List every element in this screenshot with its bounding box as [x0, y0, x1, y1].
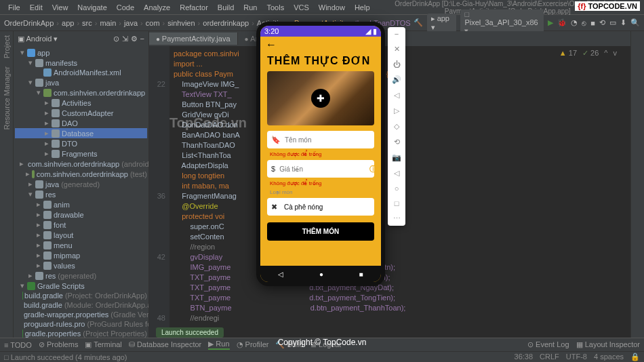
info-icon[interactable]: ⓘ: [375, 135, 381, 145]
project-tree[interactable]: ▾ app▾ manifests AndroidManifest.xml▾ ja…: [14, 46, 148, 348]
tree-node[interactable]: ▸ res (generated): [15, 270, 147, 281]
status-encoding[interactable]: UTF-8: [566, 353, 587, 361]
tree-node[interactable]: ▾ Gradle Scripts: [15, 281, 147, 291]
menu-build[interactable]: Build: [214, 2, 238, 13]
tab-layout-inspector[interactable]: ▦ Layout Inspector: [576, 340, 640, 349]
tab-payment-activity[interactable]: ● PaymentActivity.java: [149, 33, 238, 45]
project-settings-icon[interactable]: ⚙: [131, 35, 138, 43]
crumb[interactable]: sinhvien: [167, 19, 195, 27]
tree-node[interactable]: ▾ java: [15, 77, 147, 87]
emu-tool-button[interactable]: −: [395, 30, 399, 38]
search-icon[interactable]: 🔍: [630, 18, 640, 27]
stop-icon[interactable]: ■: [590, 19, 595, 27]
tree-node[interactable]: ▸ mipmap: [15, 250, 147, 260]
emu-tool-button[interactable]: ▷: [394, 106, 399, 115]
tree-node[interactable]: ▸ menu: [15, 240, 147, 250]
profile-icon[interactable]: ◔: [571, 18, 578, 27]
tree-node[interactable]: ▸ Database: [15, 128, 147, 138]
inspection-widget[interactable]: 17 26 ^ v: [559, 49, 617, 58]
tab-db-inspector[interactable]: ⛁ Database Inspector: [129, 340, 201, 349]
tree-node[interactable]: ▸ com.sinhvien.orderdrinkapp (androidTes…: [15, 159, 147, 169]
tree-node[interactable]: ▸ java (generated): [15, 179, 147, 189]
project-view-dropdown[interactable]: ▣ Android ▾: [18, 35, 58, 43]
tree-node[interactable]: gradle-wrapper.properties (Gradle Versio…: [15, 310, 147, 319]
menu-refactor[interactable]: Refactor: [176, 2, 212, 13]
tree-node[interactable]: ▾ res: [15, 189, 147, 199]
back-icon[interactable]: ←: [266, 39, 277, 51]
menu-view[interactable]: View: [48, 2, 73, 13]
tab-build[interactable]: 🔨 Build: [275, 340, 304, 349]
tool-resource-mgr[interactable]: Resource Manager: [3, 66, 11, 130]
tree-node[interactable]: ▾ manifests: [15, 58, 147, 68]
line-gutter[interactable]: 22364248: [149, 46, 169, 348]
info-icon[interactable]: ⓘ: [369, 164, 377, 174]
menu-edit[interactable]: Edit: [26, 2, 47, 13]
emu-tool-button[interactable]: ⏻: [393, 60, 401, 68]
status-eol[interactable]: CRLF: [540, 353, 559, 361]
run-icon[interactable]: ▶: [548, 18, 553, 27]
menu-help[interactable]: Help: [350, 2, 374, 13]
tree-node[interactable]: proguard-rules.pro (ProGuard Rules for O…: [15, 319, 147, 329]
project-hide-icon[interactable]: −: [140, 35, 144, 43]
tab-event-log[interactable]: ⊙ Event Log: [527, 340, 569, 349]
input-ten-mon[interactable]: [285, 136, 371, 144]
food-image-picker[interactable]: ✚: [267, 71, 374, 125]
crumb[interactable]: com: [146, 19, 160, 27]
add-button[interactable]: THÊM MÓN: [267, 222, 374, 241]
nav-home[interactable]: ●: [319, 270, 323, 278]
emu-tool-button[interactable]: ⟲: [394, 138, 400, 146]
status-caret[interactable]: 36:38: [515, 353, 534, 361]
emu-tool-button[interactable]: ◁: [394, 91, 399, 100]
debug-icon[interactable]: 🐞: [557, 18, 567, 27]
field-ten-mon[interactable]: 🔖 ⓘ: [267, 131, 374, 148]
tree-node[interactable]: ▸ Activities: [15, 98, 147, 108]
emu-tool-button[interactable]: 📷: [392, 153, 401, 162]
tree-node[interactable]: ▸ DTO: [15, 138, 147, 148]
field-gia-tien[interactable]: $ ⓘ: [267, 160, 374, 178]
emu-tool-button[interactable]: ○: [395, 184, 399, 193]
tab-problems[interactable]: ⊘ Problems: [39, 340, 79, 349]
menu-tools[interactable]: Tools: [262, 2, 288, 13]
menu-window[interactable]: Window: [315, 2, 349, 13]
tree-node[interactable]: build.gradle (Module: OrderDrinkApp.app): [15, 300, 147, 310]
tree-node[interactable]: ▸ CustomAdapter: [15, 108, 147, 118]
menu-navigate[interactable]: Navigate: [73, 2, 110, 13]
menu-code[interactable]: Code: [113, 2, 138, 13]
menu-file[interactable]: File: [4, 2, 24, 13]
nav-recent[interactable]: ■: [359, 270, 363, 278]
avd-icon[interactable]: ▭: [609, 18, 616, 27]
tree-node[interactable]: ▾ com.sinhvien.orderdrinkapp: [15, 87, 147, 98]
tab-terminal[interactable]: ▣ Terminal: [85, 340, 121, 349]
project-gear-icon[interactable]: ⊙: [113, 35, 119, 43]
menu-analyze[interactable]: Analyze: [140, 2, 174, 13]
sync-icon[interactable]: ⟲: [599, 18, 605, 27]
tree-node[interactable]: ▸ font: [15, 220, 147, 230]
tree-node[interactable]: ▾ app: [15, 47, 147, 58]
menu-run[interactable]: Run: [239, 2, 261, 13]
input-loai-mon[interactable]: [284, 203, 370, 211]
tree-node[interactable]: build.gradle (Project: OrderDrinkApp): [15, 291, 147, 300]
tab-logcat[interactable]: ≣ Logcat: [310, 340, 341, 349]
field-loai-mon[interactable]: ✖: [267, 198, 374, 216]
build-icon[interactable]: 🔨: [414, 18, 423, 27]
nav-back[interactable]: ◁: [278, 270, 283, 278]
tree-node[interactable]: ▸ com.sinhvien.orderdrinkapp (test): [15, 169, 147, 179]
status-indent[interactable]: 4 spaces: [594, 353, 624, 361]
emu-tool-button[interactable]: □: [395, 199, 399, 207]
crumb[interactable]: orderdrinkapp: [203, 19, 249, 27]
tab-profiler[interactable]: ◔ Profiler: [237, 340, 269, 349]
tab-todo[interactable]: ≡ TODO: [4, 341, 32, 349]
status-lock-icon[interactable]: 🔒: [630, 353, 640, 361]
crumb[interactable]: app: [62, 19, 74, 27]
emu-tool-button[interactable]: ✕: [394, 45, 400, 54]
crumb[interactable]: main: [100, 19, 116, 27]
tree-node[interactable]: ▸ values: [15, 260, 147, 270]
menu-vcs[interactable]: VCS: [289, 2, 313, 13]
emu-tool-button[interactable]: ◁: [394, 169, 399, 178]
tree-node[interactable]: AndroidManifest.xml: [15, 68, 147, 77]
project-collapse-icon[interactable]: ⇲: [122, 35, 128, 43]
tree-node[interactable]: ▸ DAO: [15, 118, 147, 128]
crumb[interactable]: src: [82, 19, 92, 27]
tree-node[interactable]: ▸ layout: [15, 230, 147, 240]
emu-tool-button[interactable]: ⋯: [393, 214, 401, 223]
